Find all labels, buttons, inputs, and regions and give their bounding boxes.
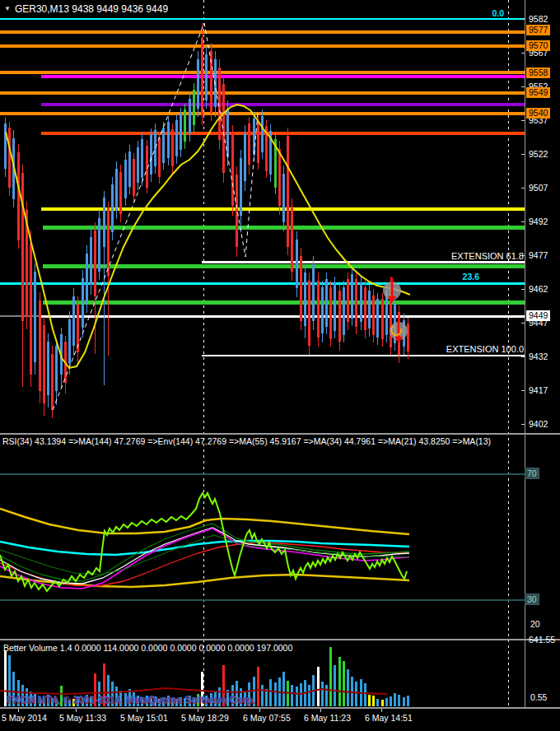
level-line: [43, 300, 525, 305]
volume-bar: [265, 689, 268, 706]
volume-bar: [390, 696, 392, 706]
volume-bar: [282, 672, 285, 706]
volume-bar: [360, 679, 362, 706]
rsi-curve-1: [0, 575, 409, 587]
candle-body: [390, 283, 392, 347]
price-badge: 9540: [526, 108, 550, 119]
candle-body: [214, 59, 217, 107]
candle-body: [329, 287, 332, 339]
candle-body: [355, 279, 357, 327]
candle-body: [133, 159, 135, 196]
main-rsi-separator: [0, 433, 560, 435]
candle-body: [128, 151, 131, 187]
price-badge: 9577: [526, 25, 550, 35]
price-tick: [521, 390, 525, 391]
volume-bar: [321, 682, 324, 706]
time-tick: [198, 709, 198, 712]
chart-root: ▼GER30,M13 9438 9449 9436 9449 RSI(34) 4…: [0, 0, 560, 731]
candle-body: [119, 172, 122, 214]
price-badge: 9570: [526, 40, 550, 51]
volume-bar: [398, 695, 400, 706]
candle-body: [201, 38, 203, 115]
level-line: [41, 132, 525, 135]
candle-body: [265, 126, 268, 171]
volume-bar: [385, 698, 388, 706]
price-tick-label: 9507: [529, 183, 548, 193]
candle-body: [64, 342, 67, 383]
symbol-title[interactable]: ▼GER30,M13 9438 9449 9436 9449: [4, 3, 168, 15]
price-tick: [521, 120, 525, 121]
candle-body: [376, 299, 379, 338]
candle-body: [39, 300, 41, 391]
volume-bar: [381, 700, 384, 706]
candle-body: [282, 174, 285, 222]
price-tick: [521, 86, 525, 87]
indicator-overlay: [0, 0, 560, 731]
volume-bar: [304, 680, 306, 706]
rsi-level-line: [0, 599, 525, 601]
candle-body: [141, 139, 143, 178]
candle-body: [222, 84, 225, 173]
volume-bar: [355, 682, 357, 706]
candle-body: [334, 282, 336, 331]
rsi-volume-separator: [0, 639, 560, 640]
volume-bar: [261, 685, 264, 706]
candle-body: [189, 99, 191, 133]
time-label: 5 May 11:33: [59, 713, 106, 723]
candle-body: [226, 109, 229, 156]
candle-body: [167, 122, 170, 158]
candle-body: [403, 320, 405, 347]
price-tick-label: 9582: [529, 14, 548, 24]
volume-min-label: 0.55: [530, 692, 547, 702]
price-tick-label: 9417: [529, 385, 548, 395]
candle-body: [372, 296, 375, 335]
candle-body: [248, 123, 250, 165]
candle-body: [368, 291, 371, 328]
rsi-curve-4: [0, 528, 409, 584]
candle-body: [103, 198, 105, 247]
volume-bar: [325, 685, 328, 706]
volume-bar: [274, 682, 277, 706]
candle-body: [321, 287, 324, 333]
extension-618-label: EXTENSION 61.8: [400, 251, 524, 261]
candle-body: [338, 291, 341, 342]
candle-body: [154, 130, 156, 166]
volume-bar: [257, 667, 259, 706]
candle-body: [4, 123, 7, 169]
rsi-curve-7: [0, 535, 409, 575]
volume-bar: [364, 683, 366, 706]
candle-body: [107, 207, 110, 276]
level-line: [202, 355, 525, 356]
candle-body: [86, 254, 88, 303]
candle-body: [68, 319, 71, 364]
volume-bar: [317, 667, 320, 706]
candle-body: [325, 279, 328, 327]
platform-watermark: FXCM MT4, © 2001-2014, MetaQuotes Softwa…: [7, 694, 255, 705]
level-line: [0, 18, 525, 20]
candle-body: [351, 274, 353, 319]
volume-max-label: 641.55: [529, 635, 555, 645]
price-tick-label: 9522: [529, 149, 548, 159]
candle-body: [12, 138, 15, 199]
candle-body: [26, 210, 28, 317]
price-tick-label: 9402: [529, 419, 548, 429]
rsi-floor-label: 20: [530, 619, 540, 629]
candle-body: [55, 346, 58, 391]
candle-body: [278, 149, 281, 206]
candle-body: [236, 175, 238, 247]
candle-body: [146, 146, 148, 188]
candle-body: [205, 54, 208, 100]
level-line: [0, 91, 525, 95]
volume-bar: [407, 696, 409, 706]
ma-yellow-line: [6, 105, 410, 368]
volume-bar: [291, 685, 293, 706]
candle-body: [312, 264, 315, 321]
candle-body: [98, 218, 100, 272]
price-tick: [521, 53, 525, 54]
volume-bar: [312, 675, 315, 706]
candle-body: [111, 184, 114, 232]
candle-body: [17, 152, 20, 240]
level-line: [0, 30, 525, 34]
volume-bar: [334, 665, 336, 706]
time-tick: [320, 709, 321, 712]
